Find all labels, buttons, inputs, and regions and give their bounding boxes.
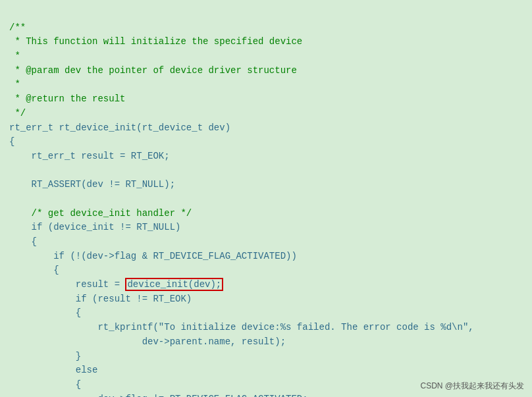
line-23: dev->parent.name, result); — [9, 336, 286, 347]
line-26: { — [9, 379, 81, 390]
watermark: CSDN @扶我起来我还有头发 — [420, 381, 524, 392]
line-4: * @param dev the pointer of device drive… — [9, 65, 297, 76]
code-container: /** * This function will initialize the … — [0, 0, 532, 397]
line-5: * — [9, 79, 20, 90]
line-12: RT_ASSERT(dev != RT_NULL); — [9, 179, 175, 190]
line-27: dev->flag |= RT_DEVICE_FLAG_ACTIVATED; — [9, 394, 308, 397]
line-19: result = device_init(dev); — [9, 278, 223, 291]
line-22: rt_kprintf("To initialize device:%s fail… — [9, 322, 474, 332]
highlight-device-init: device_init(dev); — [125, 278, 223, 291]
line-9: { — [9, 136, 14, 147]
line-16: { — [9, 236, 37, 247]
line-20: if (result != RT_EOK) — [9, 294, 192, 304]
line-2: * This function will initialize the spec… — [9, 36, 302, 47]
line-3: * — [9, 51, 20, 61]
line-18: { — [9, 265, 59, 275]
line-8: rt_err_t rt_device_init(rt_device_t dev) — [9, 122, 230, 133]
line-7: */ — [9, 108, 26, 119]
code-block: /** * This function will initialize the … — [9, 7, 523, 397]
line-1: /** — [9, 22, 26, 33]
line-21: { — [9, 307, 81, 318]
line-6: * @return the result — [9, 93, 125, 104]
line-17: if (!(dev->flag & RT_DEVICE_FLAG_ACTIVAT… — [9, 251, 297, 261]
line-25: else — [9, 365, 97, 375]
line-14: /* get device_init handler */ — [9, 208, 192, 219]
line-15: if (device_init != RT_NULL) — [9, 222, 180, 232]
line-10: rt_err_t result = RT_EOK; — [9, 151, 170, 161]
line-24: } — [9, 351, 81, 361]
